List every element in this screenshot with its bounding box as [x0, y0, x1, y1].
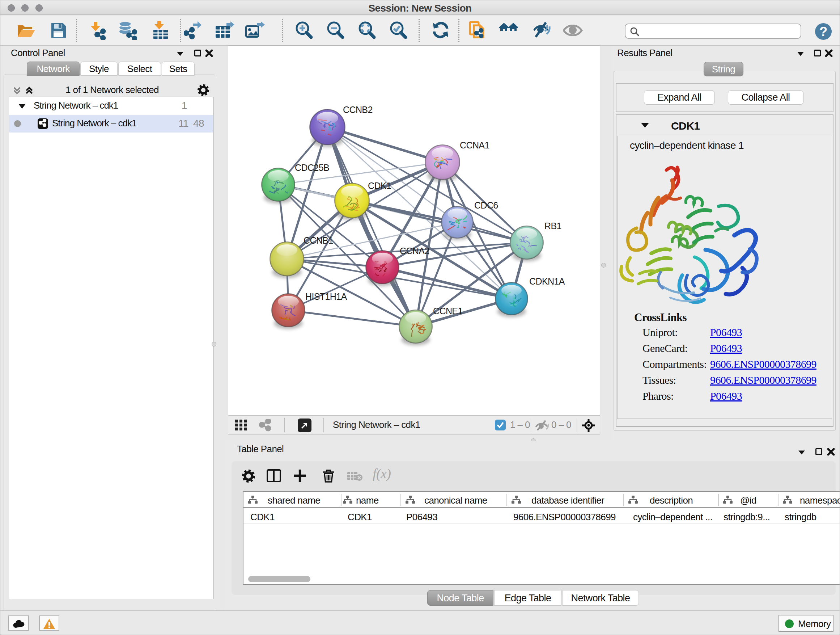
- svg-text:CCNB1: CCNB1: [303, 235, 333, 245]
- svg-text:CCNE1: CCNE1: [433, 306, 463, 316]
- svg-text:RB1: RB1: [545, 221, 561, 231]
- svg-text:CDKN1A: CDKN1A: [529, 276, 565, 287]
- svg-text:CDK1: CDK1: [368, 181, 391, 191]
- svg-text:HIST1H1A: HIST1H1A: [305, 291, 347, 302]
- svg-text:CDC25B: CDC25B: [295, 163, 329, 173]
- svg-text:CCNA1: CCNA1: [460, 140, 489, 150]
- svg-text:CCNB2: CCNB2: [343, 105, 373, 115]
- svg-text:?: ?: [819, 24, 827, 39]
- svg-text:CDC6: CDC6: [474, 200, 498, 211]
- svg-text:CCNA2: CCNA2: [400, 246, 429, 256]
